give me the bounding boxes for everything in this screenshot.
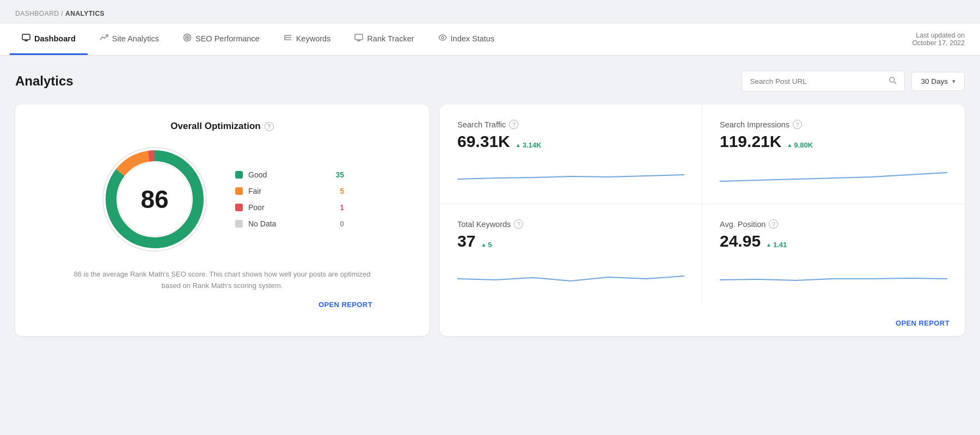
optimization-title: Overall Optimization ?	[170, 121, 273, 132]
metrics-open-report[interactable]: OPEN REPORT	[896, 319, 952, 327]
legend-fair-label: Fair	[248, 187, 326, 195]
legend-fair: Fair 5	[235, 187, 344, 195]
metric-search-traffic-delta: 3.14K	[516, 141, 542, 149]
chevron-down-icon: ▾	[952, 78, 955, 85]
tab-rank-tracker[interactable]: Rank Tracker	[342, 23, 426, 55]
days-dropdown-label: 30 Days	[921, 77, 948, 85]
target-icon	[183, 33, 192, 44]
page-title: Analytics	[15, 73, 74, 89]
tab-site-analytics[interactable]: Site Analytics	[88, 23, 171, 55]
legend-poor: Poor 1	[235, 203, 344, 212]
search-url-input[interactable]	[750, 77, 884, 85]
tab-seo-performance-label: SEO Performance	[195, 34, 260, 43]
legend-good-label: Good	[248, 170, 326, 179]
svg-rect-0	[22, 34, 30, 40]
last-updated: Last updated on October 17, 2022	[912, 32, 970, 47]
tab-rank-tracker-label: Rank Tracker	[367, 34, 414, 43]
metric-avg-position-delta: 1.41	[766, 241, 787, 249]
search-traffic-help-icon[interactable]: ?	[509, 120, 518, 129]
sparkline-search-impressions	[720, 158, 947, 188]
legend-good: Good 35	[235, 170, 344, 179]
breadcrumb-base: DASHBOARD	[15, 10, 59, 17]
sparkline-total-keywords	[457, 258, 684, 288]
optimization-open-report[interactable]: OPEN REPORT	[70, 301, 375, 309]
tab-dashboard[interactable]: Dashboard	[10, 23, 88, 55]
monitor-icon	[22, 33, 30, 44]
svg-point-5	[187, 37, 188, 38]
metric-search-traffic-value-row: 69.31K 3.14K	[457, 132, 684, 151]
tab-keywords-label: Keywords	[296, 34, 331, 43]
tab-bar: Dashboard Site Analytics SEO Performance	[0, 23, 980, 56]
tab-index-status[interactable]: Index Status	[426, 23, 507, 55]
metric-avg-position-label: Avg. Position ?	[720, 219, 947, 229]
tab-keywords[interactable]: Keywords	[272, 23, 343, 55]
metric-search-impressions-label: Search Impressions ?	[720, 120, 947, 129]
legend: Good 35 Fair 5 Poor 1 N	[235, 170, 344, 228]
donut-score: 86	[140, 185, 168, 214]
svg-line-15	[895, 82, 897, 84]
donut-chart: 86	[100, 145, 209, 254]
svg-point-4	[186, 36, 189, 40]
legend-poor-dot	[235, 204, 243, 211]
analytics-header: Analytics 30 Days ▾	[15, 71, 965, 91]
optimization-card: Overall Optimization ?	[15, 105, 429, 336]
eye-icon	[438, 33, 447, 44]
breadcrumb: DASHBOARD / ANALYTICS	[0, 0, 980, 23]
legend-good-dot	[235, 171, 243, 179]
optimization-body: 86 Good 35 Fair 5	[33, 145, 412, 254]
metric-total-keywords-label: Total Keywords ?	[457, 219, 684, 229]
tab-seo-performance[interactable]: SEO Performance	[171, 23, 272, 55]
metric-total-keywords-value-row: 37 5	[457, 232, 684, 250]
metric-search-traffic-value: 69.31K	[457, 132, 510, 151]
metric-total-keywords: Total Keywords ? 37 5	[440, 204, 702, 304]
search-icon	[889, 76, 897, 86]
optimization-description: 86 is the average Rank Math's SEO score.…	[70, 269, 375, 292]
metric-avg-position-value: 24.95	[720, 232, 761, 250]
metrics-card: Search Traffic ? 69.31K 3.14K	[440, 105, 965, 336]
svg-rect-10	[355, 34, 363, 40]
chart-icon	[100, 33, 108, 44]
list-icon	[284, 33, 292, 44]
metric-search-impressions-value: 119.21K	[720, 132, 781, 151]
breadcrumb-current: ANALYTICS	[65, 10, 105, 17]
sparkline-avg-position	[720, 258, 947, 288]
legend-no-data-label: No Data	[248, 219, 326, 228]
metrics-card-footer: OPEN REPORT	[440, 304, 965, 336]
metric-search-impressions-delta: 9.80K	[787, 141, 813, 149]
legend-no-data: No Data 0	[235, 219, 344, 228]
metric-search-impressions: Search Impressions ? 119.21K 9.80K	[702, 105, 965, 204]
metric-search-impressions-value-row: 119.21K 9.80K	[720, 132, 947, 151]
days-dropdown[interactable]: 30 Days ▾	[911, 72, 965, 91]
cards-row: Overall Optimization ?	[15, 105, 965, 336]
search-url-box[interactable]	[742, 71, 905, 91]
tab-site-analytics-label: Site Analytics	[112, 34, 159, 43]
main-content: Analytics 30 Days ▾ Overall Optimiz	[0, 56, 980, 347]
legend-good-count: 35	[331, 170, 344, 179]
monitor2-icon	[354, 33, 363, 44]
svg-point-14	[890, 77, 895, 82]
legend-poor-label: Poor	[248, 203, 326, 212]
optimization-help-icon[interactable]: ?	[265, 122, 274, 131]
metrics-grid: Search Traffic ? 69.31K 3.14K	[440, 105, 965, 304]
tab-index-status-label: Index Status	[451, 34, 495, 43]
legend-fair-count: 5	[331, 187, 344, 195]
last-updated-label: Last updated on	[912, 32, 965, 39]
avg-position-help-icon[interactable]: ?	[769, 219, 778, 229]
metric-avg-position: Avg. Position ? 24.95 1.41	[702, 204, 965, 304]
metric-avg-position-value-row: 24.95 1.41	[720, 232, 947, 250]
legend-no-data-count: 0	[331, 219, 344, 228]
svg-point-13	[442, 36, 444, 39]
tab-dashboard-label: Dashboard	[34, 34, 76, 43]
last-updated-date: October 17, 2022	[912, 39, 965, 47]
optimization-footer: 86 is the average Rank Math's SEO score.…	[70, 269, 375, 309]
metric-search-traffic-label: Search Traffic ?	[457, 120, 684, 129]
sparkline-search-traffic	[457, 158, 684, 188]
svg-point-3	[184, 34, 191, 41]
search-impressions-help-icon[interactable]: ?	[793, 120, 802, 129]
metric-total-keywords-value: 37	[457, 232, 475, 250]
breadcrumb-separator: /	[61, 10, 63, 17]
legend-no-data-dot	[235, 220, 243, 228]
total-keywords-help-icon[interactable]: ?	[514, 219, 523, 229]
legend-fair-dot	[235, 187, 243, 195]
metric-search-traffic: Search Traffic ? 69.31K 3.14K	[440, 105, 702, 204]
